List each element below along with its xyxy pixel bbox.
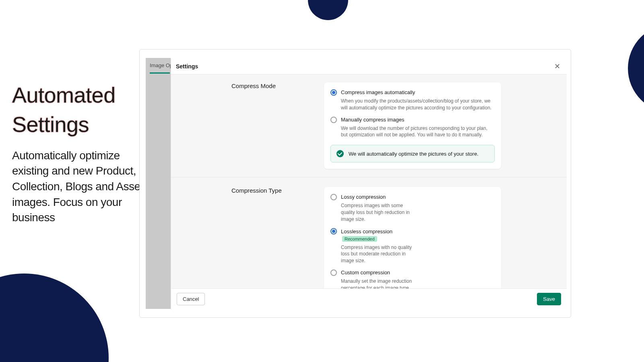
section-title-compression-type: Compression Type (231, 187, 316, 194)
cancel-button[interactable]: Cancel (177, 293, 205, 305)
badge-recommended: Recommended (342, 236, 377, 242)
radio-label-lossy: Lossy compression (341, 193, 417, 201)
background-tab-underline (150, 72, 170, 74)
radio-lossless[interactable] (330, 228, 337, 234)
section-compress-mode: Compress Mode Compress images automatica… (171, 82, 567, 177)
radio-sub-custom: Manaully set the image reduction percent… (341, 278, 417, 288)
modal-body[interactable]: Compress Mode Compress images automatica… (171, 74, 567, 288)
radio-sub-auto-compress: When you modify the products/assets/coll… (341, 98, 495, 111)
hero-paragraph: Automatically optimize existing and new … (12, 148, 145, 226)
radio-row-lossy: Lossy compression Compress images with s… (330, 193, 495, 226)
modal-footer: Cancel Save (171, 288, 567, 309)
banner-auto-optimize: We will automatically optimize the pictu… (330, 145, 495, 162)
settings-modal: Settings ✕ Compress Mode Compress images… (171, 58, 567, 309)
radio-label-lossless: Lossless compression (341, 228, 392, 234)
decor-circle-bottom-left (0, 274, 109, 362)
background-tabstrip (146, 58, 171, 309)
radio-sub-lossy: Compress images with some quality loss b… (341, 202, 417, 222)
radio-manual-compress[interactable] (330, 117, 337, 123)
radio-sub-lossless: Compress images with no quality loss but… (341, 244, 417, 264)
radio-row-lossless: Lossless compressionRecommended Compress… (330, 228, 495, 267)
radio-lossy[interactable] (330, 194, 337, 200)
modal-header: Settings ✕ (171, 58, 567, 74)
hero-heading: Automated Settings (12, 80, 145, 139)
radio-sub-manual-compress: We will download the number of pictures … (341, 125, 495, 139)
decor-circle-right (628, 24, 644, 113)
section-compression-type: Compression Type Lossy compression Compr… (171, 177, 567, 288)
hero-text-block: Automated Settings Automatically optimiz… (12, 80, 145, 226)
save-button[interactable]: Save (537, 293, 561, 305)
radio-label-manual-compress: Manually compress images (341, 116, 495, 123)
decor-circle-top (308, 0, 348, 20)
modal-title: Settings (176, 63, 198, 70)
radio-label-auto-compress: Compress images automatically (341, 89, 495, 96)
radio-custom[interactable] (330, 269, 337, 276)
radio-row-auto-compress: Compress images automatically When you m… (330, 89, 495, 115)
banner-text: We will automatically optimize the pictu… (349, 151, 479, 157)
section-title-compress-mode: Compress Mode (231, 82, 316, 89)
radio-label-custom: Custom compression (341, 269, 417, 276)
close-icon[interactable]: ✕ (552, 62, 562, 71)
radio-auto-compress[interactable] (330, 89, 337, 96)
card-compress-mode: Compress images automatically When you m… (324, 82, 501, 169)
background-tab-label[interactable]: Image Op (150, 62, 173, 68)
radio-row-custom: Custom compression Manaully set the imag… (330, 269, 495, 288)
hero-heading-line2: Settings (12, 112, 89, 136)
radio-row-manual-compress: Manually compress images We will downloa… (330, 116, 495, 142)
hero-heading-line1: Automated (12, 83, 116, 107)
card-compression-type: Lossy compression Compress images with s… (324, 187, 501, 288)
check-circle-icon (336, 150, 344, 157)
